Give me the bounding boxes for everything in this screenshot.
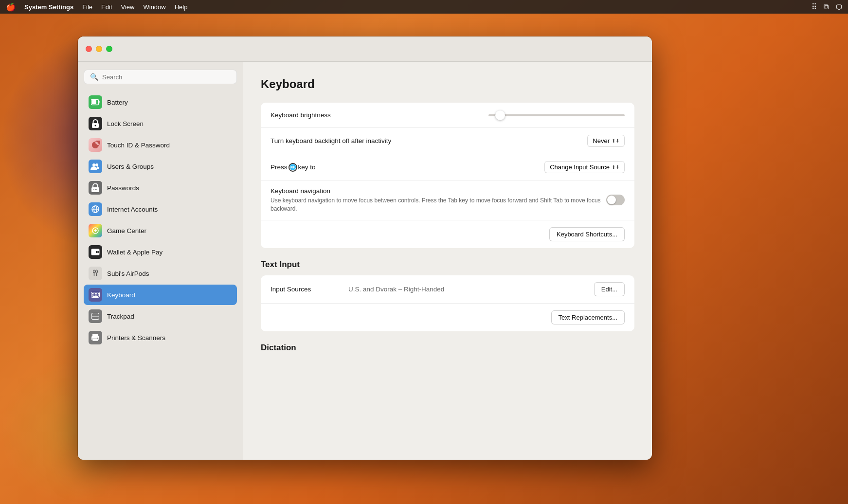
brightness-slider-thumb[interactable] (495, 110, 505, 120)
sidebar-item-wallet[interactable]: Wallet & Apple Pay (84, 242, 237, 262)
battery-icon (89, 95, 102, 109)
menubar-right-icons: ⠿ ⧉ ⬡ (812, 2, 842, 11)
sidebar: 🔍 Battery (78, 62, 243, 460)
menubar-icon-2[interactable]: ⧉ (824, 2, 829, 11)
sidebar-item-printers[interactable]: Printers & Scanners (84, 327, 237, 348)
printers-icon (89, 331, 102, 344)
svg-point-18 (93, 270, 95, 273)
search-input[interactable] (102, 73, 231, 81)
sidebar-item-lock-screen[interactable]: Lock Screen (84, 113, 237, 134)
svg-rect-26 (96, 293, 97, 294)
svg-rect-1 (92, 100, 96, 104)
window-titlebar (78, 36, 652, 62)
passwords-icon (89, 181, 102, 195)
menu-edit[interactable]: Edit (101, 3, 112, 11)
search-icon: 🔍 (90, 73, 98, 81)
brightness-slider-container (488, 114, 625, 116)
close-button[interactable] (86, 46, 92, 52)
menu-window[interactable]: Window (143, 3, 165, 11)
sidebar-item-airpods[interactable]: Subi's AirPods (84, 263, 237, 284)
keyboard-shortcuts-button[interactable]: Keyboard Shortcuts... (549, 227, 625, 241)
svg-point-9 (95, 189, 96, 190)
keyboard-icon (89, 288, 102, 302)
svg-rect-38 (92, 339, 98, 341)
svg-point-39 (97, 338, 98, 339)
sidebar-item-trackpad[interactable]: Trackpad (84, 306, 237, 326)
sidebar-item-internet-label: Internet Accounts (107, 206, 158, 213)
sidebar-item-battery[interactable]: Battery (84, 92, 237, 112)
menubar: 🍎 System Settings File Edit View Window … (0, 0, 848, 14)
keyboard-brightness-row: Keyboard brightness (261, 103, 634, 128)
svg-point-17 (97, 252, 98, 252)
svg-rect-34 (92, 313, 99, 320)
text-input-header: Text Input (261, 260, 634, 270)
keyboard-settings-section: Keyboard brightness Turn keyboard backli… (261, 103, 634, 248)
backlight-control: Never ⬆⬇ (587, 135, 625, 147)
trackpad-icon (89, 309, 102, 323)
maximize-button[interactable] (106, 46, 112, 52)
sidebar-item-users-groups[interactable]: Users & Groups (84, 156, 237, 177)
sidebar-item-battery-label: Battery (107, 99, 128, 106)
brightness-control (488, 114, 625, 116)
sidebar-item-touchid[interactable]: Touch ID & Password (84, 135, 237, 155)
main-content: Keyboard Keyboard brightness (243, 62, 652, 460)
sidebar-item-passwords[interactable]: Passwords (84, 178, 237, 198)
app-name[interactable]: System Settings (24, 3, 73, 11)
dictation-header: Dictation (261, 343, 634, 353)
menubar-icon-1[interactable]: ⠿ (812, 2, 817, 11)
input-sources-value: U.S. and Dvorak – Right-Handed (348, 286, 584, 293)
svg-rect-2 (99, 101, 100, 104)
menu-help[interactable]: Help (175, 3, 188, 11)
press-key-chevron-icon: ⬆⬇ (612, 164, 619, 170)
input-sources-row: Input Sources U.S. and Dvorak – Right-Ha… (261, 275, 634, 304)
press-key-dropdown[interactable]: Change Input Source ⬆⬇ (544, 161, 625, 173)
svg-rect-37 (92, 334, 98, 337)
sidebar-item-passwords-label: Passwords (107, 184, 139, 192)
press-key-label: Press 🌐 key to (271, 163, 544, 172)
press-key-row: Press 🌐 key to Change Input Source ⬆⬇ (261, 154, 634, 180)
text-input-section: Input Sources U.S. and Dvorak – Right-Ha… (261, 275, 634, 331)
search-box[interactable]: 🔍 (84, 70, 237, 84)
window-body: 🔍 Battery (78, 62, 652, 460)
sidebar-item-game-center[interactable]: Game Center (84, 220, 237, 241)
svg-rect-25 (95, 293, 96, 294)
keyboard-nav-label: Keyboard navigation (271, 187, 606, 195)
traffic-lights (86, 46, 112, 52)
svg-point-6 (95, 163, 98, 166)
system-settings-window: 🔍 Battery (78, 36, 652, 460)
menu-file[interactable]: File (82, 3, 92, 11)
svg-rect-32 (98, 295, 99, 296)
chevron-up-down-icon: ⬆⬇ (612, 138, 619, 144)
svg-rect-28 (92, 295, 93, 296)
keyboard-brightness-label: Keyboard brightness (271, 111, 488, 119)
keyboard-nav-row: Keyboard navigation Use keyboard navigat… (261, 180, 634, 220)
sidebar-item-game-center-label: Game Center (107, 227, 146, 234)
menu-view[interactable]: View (121, 3, 135, 11)
sidebar-item-keyboard[interactable]: Keyboard (84, 285, 237, 305)
backlight-dropdown[interactable]: Never ⬆⬇ (587, 135, 625, 147)
minimize-button[interactable] (96, 46, 102, 52)
wallet-icon (89, 245, 102, 259)
apple-menu[interactable]: 🍎 (6, 2, 16, 12)
text-replacements-button[interactable]: Text Replacements... (551, 310, 625, 324)
lock-screen-icon (89, 117, 102, 130)
brightness-slider-track[interactable] (488, 114, 625, 116)
internet-accounts-icon (89, 202, 102, 216)
input-sources-label: Input Sources (271, 286, 339, 293)
users-groups-icon (89, 160, 102, 173)
keyboard-nav-toggle-thumb (607, 196, 616, 204)
page-title: Keyboard (261, 77, 634, 91)
press-key-control: Change Input Source ⬆⬇ (544, 161, 625, 173)
svg-rect-30 (95, 295, 96, 296)
menubar-icon-3[interactable]: ⬡ (836, 2, 842, 11)
sidebar-item-internet-accounts[interactable]: Internet Accounts (84, 199, 237, 219)
sidebar-item-airpods-label: Subi's AirPods (107, 270, 149, 277)
keyboard-nav-toggle[interactable] (606, 195, 625, 205)
sidebar-item-printers-label: Printers & Scanners (107, 334, 165, 342)
edit-button[interactable]: Edit... (594, 282, 625, 296)
game-center-icon (89, 224, 102, 237)
keyboard-nav-sub: Use keyboard navigation to move focus be… (271, 197, 601, 213)
backlight-row: Turn keyboard backlight off after inacti… (261, 128, 634, 154)
press-key-value: Change Input Source (550, 163, 610, 171)
text-replacements-row: Text Replacements... (261, 304, 634, 331)
